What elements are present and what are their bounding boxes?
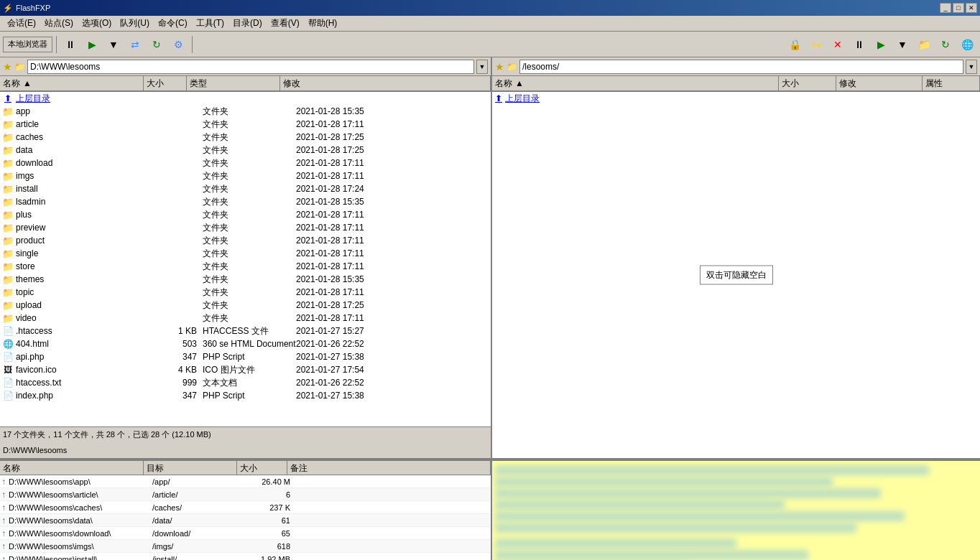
left-file-row[interactable]: 📄index.php347PHP Script2021-01-27 15:38 [0,389,491,402]
left-pane: ★ 📁 ▼ 名称 ▲ 大小 类型 修改 ⬆上层目录📁app文件夹2021-01-… [0,57,492,458]
right-disconnect-button[interactable]: ✕ [828,34,848,55]
right-col-name[interactable]: 名称 ▲ [492,76,779,90]
right-address-dropdown[interactable]: ▼ [966,60,977,74]
right-address-input[interactable] [519,60,963,74]
file-type: 文件夹 [203,274,296,286]
file-icon: 📁 [1,223,14,233]
file-date: 2021-01-26 22:52 [296,378,489,388]
queue-row[interactable]: ↑D:\WWW\lesooms\data\/data/61 [0,514,491,527]
queue-row[interactable]: ↑D:\WWW\lesooms\download\/download/65 [0,527,491,540]
left-file-row[interactable]: 📁lsadmin文件夹2021-01-28 15:35 [0,195,491,208]
file-icon: 📁 [1,171,14,182]
local-browser-button[interactable]: 本地浏览器 [3,37,52,52]
left-file-row[interactable]: ⬆上层目录 [0,92,491,105]
file-type: 文件夹 [203,118,296,131]
right-lock-button[interactable]: 🔒 [785,34,805,55]
queue-row[interactable]: ↑D:\WWW\lesooms\app\/app/26.40 M [0,475,491,488]
file-icon: 🌐 [1,339,14,349]
menu-item-directory[interactable]: 目录(D) [228,16,267,31]
menu-item-session[interactable]: 会话(E) [3,16,40,31]
right-col-size[interactable]: 大小 [779,76,836,90]
left-file-row[interactable]: 📄htaccess.txt999文本文档2021-01-26 22:52 [0,376,491,389]
right-col-attr[interactable]: 属性 [923,76,980,90]
menu-item-tools[interactable]: 工具(T) [192,16,228,31]
left-address-input[interactable] [27,60,474,74]
right-globe-button[interactable]: 🌐 [957,34,977,55]
left-col-name[interactable]: 名称 ▲ [0,76,144,90]
file-size: 347 [160,352,203,362]
settings-button[interactable]: ⚙ [168,34,188,55]
left-file-row[interactable]: 📁topic文件夹2021-01-28 17:11 [0,286,491,299]
right-dropdown-button[interactable]: ▼ [892,34,912,55]
left-file-row[interactable]: 📄api.php347PHP Script2021-01-27 15:38 [0,350,491,363]
file-type: 文件夹 [203,299,296,312]
left-file-row[interactable]: 📁video文件夹2021-01-28 17:11 [0,312,491,325]
queue-row[interactable]: ↑D:\WWW\lesooms\install\/install/1.92 MB [0,553,491,560]
file-size: 4 KB [160,365,203,375]
file-name: favicon.ico [16,365,160,375]
right-folder-button[interactable]: 📁 [914,34,934,55]
minimize-button[interactable]: _ [940,3,951,13]
left-file-row[interactable]: 📁imgs文件夹2021-01-28 17:11 [0,169,491,182]
right-col-date[interactable]: 修改 [836,76,923,90]
left-file-row[interactable]: 📁download文件夹2021-01-28 17:11 [0,157,491,169]
right-refresh-button[interactable]: ↻ [935,34,956,55]
queue-row[interactable]: ↑D:\WWW\lesooms\article\/article/6 [0,488,491,501]
left-col-size[interactable]: 大小 [144,76,187,90]
file-size: 347 [160,391,203,401]
left-file-row[interactable]: 📁store文件夹2021-01-28 17:11 [0,260,491,273]
left-file-row[interactable]: 📁caches文件夹2021-01-28 17:25 [0,131,491,144]
file-type: 360 se HTML Document [203,339,296,349]
queue-row[interactable]: ↑D:\WWW\lesooms\imgs\/imgs/618 [0,540,491,553]
menu-item-help[interactable]: 帮助(H) [304,16,342,31]
menu-item-view[interactable]: 查看(V) [267,16,304,31]
left-file-row[interactable]: 📁upload文件夹2021-01-28 17:25 [0,299,491,312]
queue-list: ↑D:\WWW\lesooms\app\/app/26.40 M↑D:\WWW\… [0,475,491,560]
file-name: caches [16,132,160,142]
pause-button[interactable]: ⏸ [60,34,80,55]
close-button[interactable]: ✕ [966,3,977,13]
left-file-row[interactable]: 📁themes文件夹2021-01-28 15:35 [0,273,491,286]
left-file-row[interactable]: 📁app文件夹2021-01-28 15:35 [0,105,491,118]
queue-header: 名称 目标 大小 备注 [0,461,491,475]
right-key-button[interactable]: 🗝 [806,34,826,55]
left-file-row[interactable]: 📁preview文件夹2021-01-28 17:11 [0,221,491,234]
left-file-row[interactable]: 🌐404.html503360 se HTML Document2021-01-… [0,337,491,350]
play-button[interactable]: ▶ [82,34,102,55]
queue-size: 6 [246,490,296,499]
right-play-button[interactable]: ▶ [871,34,891,55]
file-type: 文本文档 [203,377,296,389]
queue-right [492,461,980,560]
left-file-row[interactable]: 📁plus文件夹2021-01-28 17:11 [0,208,491,221]
right-bookmark-icon[interactable]: ★ [495,61,504,73]
maximize-button[interactable]: □ [953,3,964,13]
dropdown-button[interactable]: ▼ [103,34,124,55]
menu-item-options[interactable]: 选项(O) [78,16,116,31]
left-bookmark-icon[interactable]: ★ [3,61,12,73]
left-address-dropdown[interactable]: ▼ [476,60,488,74]
left-col-type[interactable]: 类型 [187,76,280,90]
file-icon: 📁 [1,132,14,143]
left-file-row[interactable]: 📁install文件夹2021-01-28 17:24 [0,182,491,195]
left-status-path: D:\WWW\lesooms [3,446,67,454]
left-file-row[interactable]: 📁data文件夹2021-01-28 17:25 [0,144,491,157]
menu-item-site[interactable]: 站点(S) [40,16,78,31]
refresh-button[interactable]: ↻ [147,34,167,55]
menu-item-queue[interactable]: 队列(U) [116,16,154,31]
left-file-row[interactable]: 🖼favicon.ico4 KBICO 图片文件2021-01-27 17:54 [0,363,491,376]
left-file-row[interactable]: 📁single文件夹2021-01-28 17:11 [0,247,491,260]
queue-col-dst: 目标 [144,461,237,475]
transfer-button[interactable]: ⇄ [125,34,145,55]
queue-row[interactable]: ↑D:\WWW\lesooms\caches\/caches/237 K [0,501,491,514]
left-col-date[interactable]: 修改 [280,76,491,90]
left-file-row[interactable]: 📄.htaccess1 KBHTACCESS 文件2021-01-27 15:2… [0,325,491,337]
file-date: 2021-01-28 15:35 [296,274,489,284]
left-file-row[interactable]: 📁article文件夹2021-01-28 17:11 [0,118,491,131]
right-up-dir[interactable]: ⬆ 上层目录 [492,92,980,105]
right-pause-button[interactable]: ⏸ [849,34,869,55]
file-date: 2021-01-28 17:25 [296,132,489,142]
queue-destination: /article/ [152,490,246,499]
left-file-row[interactable]: 📁product文件夹2021-01-28 17:11 [0,234,491,247]
menu-item-command[interactable]: 命令(C) [154,16,192,31]
queue-destination: /install/ [152,555,246,561]
